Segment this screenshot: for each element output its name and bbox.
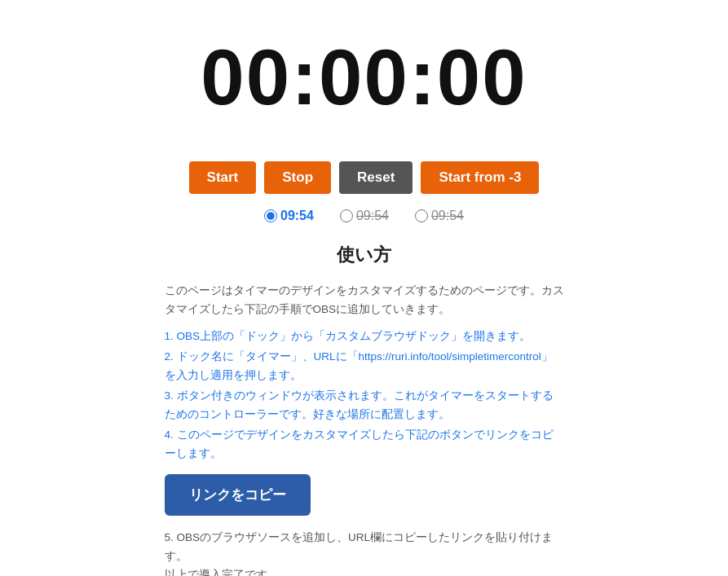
start-button[interactable]: Start: [189, 161, 257, 194]
step-1: 1. OBS上部の「ドック」から「カスタムブラウザドック」を開きます。: [165, 328, 564, 346]
radio-input-1[interactable]: [264, 209, 277, 222]
radio-input-2[interactable]: [340, 209, 353, 222]
radio-label-3: 09:54: [431, 209, 464, 223]
copy-link-button[interactable]: リンクをコピー: [165, 474, 311, 516]
instructions-intro: このページはタイマーのデザインをカスタマイズするためのページです。カスタマイズし…: [165, 282, 564, 319]
button-row: Start Stop Reset Start from -3: [0, 161, 728, 194]
instructions-section: 使い方 このページはタイマーのデザインをカスタマイズするためのページです。カスタ…: [148, 243, 580, 576]
step-4: 4. このページでデザインをカスタマイズしたら下記のボタンでリンクをコピーします…: [165, 426, 564, 464]
start-from-button[interactable]: Start from -3: [421, 161, 539, 194]
radio-label-1: 09:54: [280, 209, 314, 223]
timer-display: 00:00:00: [0, 0, 728, 147]
radio-option-3[interactable]: 09:54: [415, 209, 464, 223]
step-3: 3. ボタン付きのウィンドウが表示されます。これがタイマーをスタートするためのコ…: [165, 387, 564, 424]
radio-option-2[interactable]: 09:54: [340, 209, 389, 223]
radio-option-1[interactable]: 09:54: [264, 209, 314, 223]
reset-button[interactable]: Reset: [339, 161, 413, 194]
radio-input-3[interactable]: [415, 209, 428, 222]
radio-row: 09:54 09:54 09:54: [0, 209, 728, 223]
radio-label-2: 09:54: [356, 209, 389, 223]
step-2: 2. ドック名に「タイマー」、URLに「https://ruri.info/to…: [165, 348, 564, 385]
stop-button[interactable]: Stop: [264, 161, 331, 194]
timer-clock: 00:00:00: [201, 33, 527, 121]
instructions-heading: 使い方: [165, 243, 564, 267]
step-5: 5. OBSのブラウザソースを追加し、URL欄にコピーしたリンクを貼り付けます。…: [165, 529, 564, 576]
instructions-list: 1. OBS上部の「ドック」から「カスタムブラウザドック」を開きます。 2. ド…: [165, 328, 564, 464]
